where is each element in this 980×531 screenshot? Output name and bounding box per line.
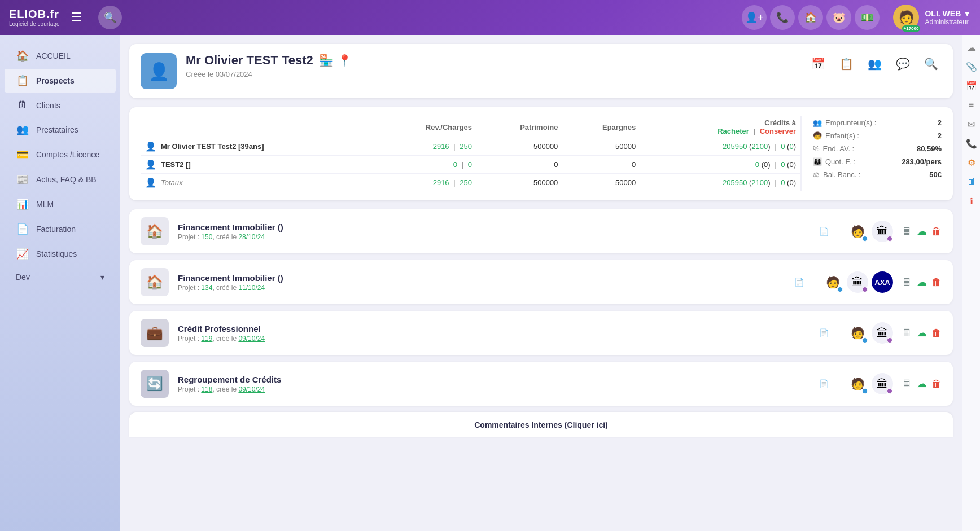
project-title-3: Crédit Professionnel: [178, 324, 800, 333]
delete-button-1[interactable]: 🗑: [931, 226, 942, 238]
delete-button-4[interactable]: 🗑: [931, 378, 942, 390]
badge-location-icon[interactable]: 📍: [338, 54, 352, 67]
comments-banner[interactable]: Commentaires Internes (Cliquer ici): [129, 412, 953, 437]
project-thumb-2: 🏠: [141, 268, 169, 296]
project-sub-4: Projet : 118, créé le 09/10/24: [178, 385, 800, 393]
calc-button-4[interactable]: 🖩: [902, 378, 912, 390]
phone-button[interactable]: 📞: [770, 5, 795, 30]
home-button[interactable]: 🏠: [798, 5, 823, 30]
project-title-1: Financement Immobilier (): [178, 222, 800, 232]
cred-conserver2-total: 0: [789, 178, 793, 187]
calc-button-3[interactable]: 🖩: [902, 327, 912, 339]
accueil-icon: 🏠: [16, 50, 29, 62]
sidebar-item-prestataires[interactable]: 👥 Prestataires: [5, 118, 116, 142]
calc-button-1[interactable]: 🖩: [902, 226, 912, 238]
sidebar-item-dev[interactable]: Dev ▾: [5, 267, 116, 287]
right-phone-icon[interactable]: 📞: [964, 135, 979, 151]
right-cloud-icon[interactable]: ☁: [964, 40, 979, 55]
calc-button-2[interactable]: 🖩: [902, 277, 912, 288]
search-button[interactable]: 🔍: [98, 6, 122, 29]
add-contact-button[interactable]: 👤+: [742, 5, 767, 30]
right-info-icon[interactable]: ℹ: [964, 193, 979, 209]
cred-racheter2-1[interactable]: 2100: [751, 142, 768, 151]
profile-action-chat[interactable]: 💬: [892, 53, 913, 74]
sidebar-item-accueil[interactable]: 🏠 ACCUEIL: [5, 44, 116, 68]
project-card-3: 💼 Crédit Professionnel Projet : 119, cré…: [129, 311, 953, 355]
cred-conserver-total[interactable]: 0: [781, 178, 785, 187]
profile-action-calendar[interactable]: 📅: [807, 53, 829, 74]
right-clip-icon[interactable]: 📎: [964, 59, 979, 74]
bank-avatar-2: 🏛: [847, 271, 868, 293]
delete-button-2[interactable]: 🗑: [931, 277, 942, 288]
right-calc-icon[interactable]: 🖩: [964, 174, 979, 190]
cred-conserver-2[interactable]: 0: [781, 160, 785, 169]
sidebar-item-mlm[interactable]: 📊 MLM: [5, 192, 116, 216]
charges-link-total[interactable]: 250: [460, 178, 472, 187]
cred-racheter-2[interactable]: 0: [755, 160, 759, 169]
emprunteurs-value: 2: [938, 119, 942, 127]
col-header-patrimoine: Patrimoine: [476, 116, 562, 138]
sidebar: 🏠 ACCUEIL 📋 Prospects 🗓 Clients 👥 Presta…: [0, 35, 120, 531]
bank-dot-1: [887, 236, 893, 242]
delete-button-3[interactable]: 🗑: [931, 327, 942, 339]
prospects-icon: 📋: [16, 74, 29, 87]
person-icon-1: 👤: [145, 141, 156, 152]
logo-text: ELIOB.fr: [9, 8, 60, 21]
cloud-button-4[interactable]: ☁: [917, 378, 927, 390]
rev-link-2[interactable]: 0: [453, 160, 457, 169]
cred-conserver-1[interactable]: 0: [781, 142, 785, 151]
cloud-button-1[interactable]: ☁: [917, 225, 927, 238]
profile-action-search[interactable]: 🔍: [920, 53, 942, 74]
project-agents-2: 🧑 🏛 AXA: [822, 271, 893, 293]
money-icon: 💵: [861, 11, 873, 24]
right-settings-icon[interactable]: ⚙: [964, 155, 979, 170]
cred-racheter-1[interactable]: 205950: [723, 142, 747, 151]
sidebar-label-accueil: ACCUEIL: [36, 51, 71, 60]
cred-racheter2-total[interactable]: 2100: [751, 178, 768, 187]
sidebar-item-clients[interactable]: 🗓 Clients: [5, 94, 116, 117]
project-date-150[interactable]: 28/10/24: [238, 233, 265, 241]
project-link-150[interactable]: 150: [201, 233, 212, 241]
bank-dot-3: [887, 337, 893, 343]
charges-link-2[interactable]: 0: [468, 160, 472, 169]
user-menu[interactable]: 🧑 +17000 OLI. WEB ▼ Administrateur: [893, 5, 971, 30]
search-icon: 🔍: [924, 57, 938, 71]
rev-link-total[interactable]: 2916: [433, 178, 449, 187]
project-date-119[interactable]: 09/10/24: [238, 335, 265, 343]
cred-conserver2-2: 0: [789, 160, 793, 169]
cred-conserver2-1[interactable]: 0: [789, 142, 793, 151]
rev-link-1[interactable]: 2916: [433, 142, 449, 151]
project-date-118[interactable]: 09/10/24: [238, 385, 265, 393]
menu-icon[interactable]: ☰: [71, 10, 82, 25]
project-link-118[interactable]: 118: [201, 385, 212, 393]
sidebar-item-actus[interactable]: 📰 Actus, FAQ & BB: [5, 168, 116, 191]
charges-link-1[interactable]: 250: [460, 142, 472, 151]
cred-racheter-total[interactable]: 205950: [723, 178, 747, 187]
right-mail-icon[interactable]: ✉: [964, 116, 979, 132]
badge-verified-icon[interactable]: 🏪: [319, 54, 333, 67]
quotf-label: 👨‍👩‍👦 Quot. F. :: [813, 157, 855, 166]
right-list-icon[interactable]: ≡: [964, 97, 979, 113]
project-link-134[interactable]: 134: [201, 284, 212, 292]
sidebar-label-statistiques: Statistiques: [36, 249, 77, 258]
savings-button[interactable]: 🐷: [826, 5, 851, 30]
money-button[interactable]: 💵: [855, 5, 880, 30]
bank-avatar-4: 🏛: [872, 373, 893, 394]
row-patrimoine-total: 500000: [476, 174, 562, 192]
sidebar-item-facturation[interactable]: 📄 Facturation: [5, 217, 116, 241]
cloud-button-2[interactable]: ☁: [917, 276, 927, 288]
cloud-button-3[interactable]: ☁: [917, 327, 927, 339]
sidebar-label-prestataires: Prestataires: [36, 125, 78, 134]
profile-action-people[interactable]: 👥: [864, 53, 885, 74]
stats-row-endav: % End. AV. : 80,59%: [813, 142, 942, 155]
sidebar-item-statistiques[interactable]: 📈 Statistiques: [5, 242, 116, 266]
sidebar-label-facturation: Facturation: [36, 225, 76, 234]
sidebar-item-comptes[interactable]: 💳 Comptes /Licence: [5, 143, 116, 166]
right-calendar-icon[interactable]: 📅: [964, 78, 979, 94]
project-date-134[interactable]: 11/10/24: [238, 284, 265, 292]
project-link-119[interactable]: 119: [201, 335, 212, 343]
profile-action-list[interactable]: 📋: [835, 53, 857, 74]
chat-icon: 💬: [896, 57, 910, 71]
sidebar-item-prospects[interactable]: 📋 Prospects: [5, 69, 116, 93]
house-icon-2: 🏠: [146, 274, 163, 290]
